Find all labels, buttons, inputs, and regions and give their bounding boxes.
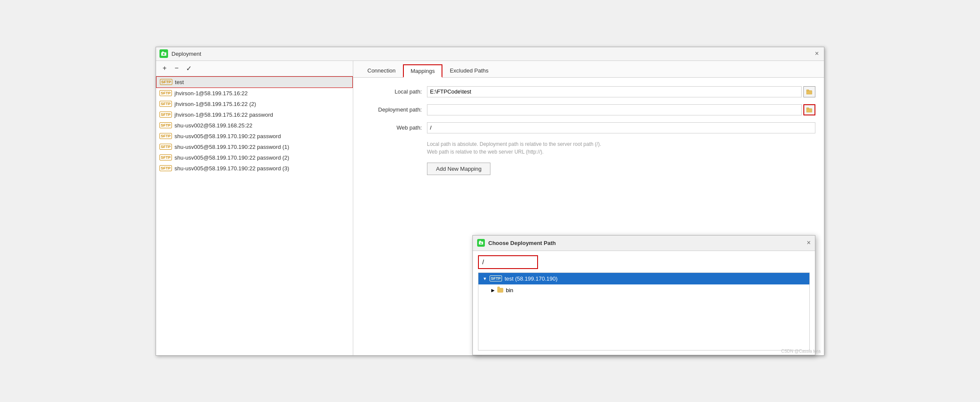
sftp-badge: SFTP bbox=[159, 165, 172, 171]
tree-chevron: ▶ bbox=[491, 288, 495, 293]
web-path-row: Web path: bbox=[362, 122, 815, 133]
left-panel: + − ✓ SFTP test SFTP jhvirson-1@58.199.1… bbox=[156, 61, 353, 355]
deployment-path-label: Deployment path: bbox=[362, 106, 422, 113]
web-path-input-wrapper bbox=[427, 122, 815, 133]
server-name: jhvirson-1@58.199.175.16:22 bbox=[174, 90, 248, 97]
tree-item[interactable]: ▼ SFTP test (58.199.170.190) bbox=[478, 273, 809, 284]
tree-chevron: ▼ bbox=[483, 276, 487, 281]
confirm-button[interactable]: ✓ bbox=[183, 63, 194, 73]
server-name: shu-usv002@58.199.168.25:22 bbox=[174, 122, 253, 129]
local-path-input[interactable] bbox=[427, 86, 802, 97]
dialog-path-input[interactable] bbox=[478, 255, 538, 269]
main-window: Deployment × + − ✓ SFTP test SFTP jhvirs… bbox=[156, 47, 824, 356]
svg-rect-4 bbox=[806, 90, 809, 91]
svg-rect-3 bbox=[806, 91, 812, 94]
tabs: ConnectionMappingsExcluded Paths bbox=[353, 61, 824, 78]
sftp-badge: SFTP bbox=[160, 79, 172, 85]
server-list-item[interactable]: SFTP shu-usv005@58.199.170.190:22 passwo… bbox=[156, 152, 353, 163]
toolbar: + − ✓ bbox=[156, 61, 353, 76]
server-list-item[interactable]: SFTP jhvirson-1@58.199.175.16:22 bbox=[156, 88, 353, 99]
tree-item[interactable]: ▶ bin bbox=[478, 284, 809, 296]
dialog-title: Choose Deployment Path bbox=[488, 240, 803, 246]
server-name: shu-usv005@58.199.170.190:22 password (3… bbox=[174, 165, 289, 172]
close-button[interactable]: × bbox=[813, 50, 821, 57]
server-list-item[interactable]: SFTP shu-usv005@58.199.170.190:22 passwo… bbox=[156, 163, 353, 174]
sftp-badge: SFTP bbox=[159, 133, 172, 139]
server-name: shu-usv005@58.199.170.190:22 password (1… bbox=[174, 144, 289, 150]
svg-rect-5 bbox=[806, 109, 812, 112]
sftp-badge: SFTP bbox=[159, 154, 172, 160]
server-name: shu-usv005@58.199.170.190:22 password (2… bbox=[174, 154, 289, 161]
dialog-close-button[interactable]: × bbox=[807, 239, 811, 247]
hint-text: Local path is absolute. Deployment path … bbox=[427, 140, 815, 156]
svg-rect-6 bbox=[806, 108, 809, 109]
server-list-item[interactable]: SFTP test bbox=[156, 76, 353, 88]
local-path-row: Local path: bbox=[362, 86, 815, 97]
web-path-input[interactable] bbox=[427, 122, 815, 133]
local-path-input-wrapper bbox=[427, 86, 815, 97]
add-server-button[interactable]: + bbox=[159, 63, 170, 73]
server-list-item[interactable]: SFTP shu-usv005@58.199.170.190:22 passwo… bbox=[156, 131, 353, 142]
sftp-badge: SFTP bbox=[490, 275, 502, 281]
svg-point-9 bbox=[481, 243, 482, 244]
server-list-item[interactable]: SFTP shu-usv005@58.199.170.190:22 passwo… bbox=[156, 142, 353, 152]
web-path-label: Web path: bbox=[362, 124, 422, 131]
watermark: CSDN @Cassia tora bbox=[781, 349, 821, 354]
svg-point-2 bbox=[163, 53, 165, 55]
add-new-mapping-button[interactable]: Add New Mapping bbox=[427, 163, 490, 175]
local-path-label: Local path: bbox=[362, 88, 422, 95]
tree-item-label: test (58.199.170.190) bbox=[505, 275, 558, 282]
sftp-badge: SFTP bbox=[159, 122, 172, 128]
tab-connection[interactable]: Connection bbox=[360, 64, 403, 78]
server-list: SFTP test SFTP jhvirson-1@58.199.175.16:… bbox=[156, 76, 353, 355]
local-path-browse-button[interactable] bbox=[803, 86, 815, 97]
remove-server-button[interactable]: − bbox=[171, 63, 182, 73]
server-name: test bbox=[175, 79, 184, 85]
server-list-item[interactable]: SFTP jhvirson-1@58.199.175.16:22 passwor… bbox=[156, 109, 353, 120]
sftp-badge: SFTP bbox=[159, 90, 172, 96]
sftp-badge: SFTP bbox=[159, 144, 172, 150]
folder-icon bbox=[497, 288, 503, 293]
svg-rect-1 bbox=[162, 51, 164, 53]
server-name: jhvirson-1@58.199.175.16:22 password bbox=[174, 112, 273, 118]
deployment-path-browse-button[interactable] bbox=[803, 104, 815, 115]
sftp-badge: SFTP bbox=[159, 101, 172, 107]
window-title: Deployment bbox=[171, 51, 810, 57]
dialog-body: ▼ SFTP test (58.199.170.190) ▶ bin bbox=[473, 251, 815, 355]
dialog-title-bar: Choose Deployment Path × bbox=[473, 236, 815, 251]
deployment-path-input-wrapper bbox=[427, 104, 815, 115]
server-name: shu-usv005@58.199.170.190:22 password bbox=[174, 133, 281, 139]
deployment-path-row: Deployment path: bbox=[362, 104, 815, 115]
server-name: jhvirson-1@58.199.175.16:22 (2) bbox=[174, 101, 256, 107]
sftp-badge: SFTP bbox=[159, 112, 172, 118]
choose-deployment-path-dialog: Choose Deployment Path × ▼ SFTP test (58… bbox=[472, 235, 815, 355]
tab-excluded[interactable]: Excluded Paths bbox=[442, 64, 496, 78]
app-icon bbox=[159, 49, 168, 58]
deployment-path-input[interactable] bbox=[427, 104, 802, 115]
dialog-app-icon bbox=[477, 239, 485, 247]
svg-rect-8 bbox=[479, 241, 481, 242]
tab-mappings[interactable]: Mappings bbox=[403, 64, 442, 78]
server-list-item[interactable]: SFTP shu-usv002@58.199.168.25:22 bbox=[156, 120, 353, 131]
server-list-item[interactable]: SFTP jhvirson-1@58.199.175.16:22 (2) bbox=[156, 99, 353, 109]
title-bar: Deployment × bbox=[156, 47, 824, 61]
tree-item-label: bin bbox=[506, 287, 513, 293]
dialog-tree: ▼ SFTP test (58.199.170.190) ▶ bin bbox=[478, 272, 810, 351]
